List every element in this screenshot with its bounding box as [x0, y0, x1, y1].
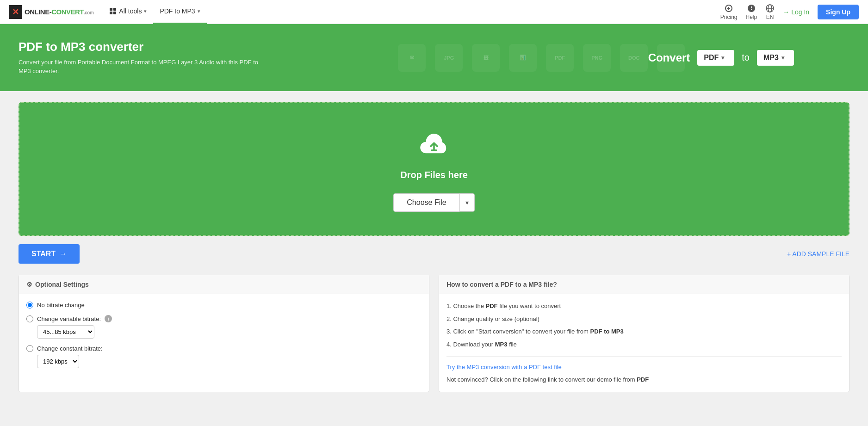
constant-bitrate-select[interactable]: 192 kbps 128 kbps 256 kbps 320 kbps	[37, 355, 79, 368]
svg-rect-2	[110, 12, 112, 14]
variable-bitrate-option: Change variable bitrate: i	[26, 315, 422, 322]
choose-file-button[interactable]: Choose File	[394, 194, 459, 211]
variable-bitrate-radio[interactable]	[26, 315, 33, 322]
converter-label: PDF to MP3	[160, 7, 195, 15]
signup-button[interactable]: Sign Up	[818, 5, 859, 19]
not-convinced-text: Not convinced? Click on the following li…	[446, 375, 842, 384]
lang-btn[interactable]: EN	[765, 4, 775, 20]
all-tools-chevron: ▾	[144, 8, 147, 14]
convert-label: Convert	[648, 51, 690, 64]
from-format-chevron: ▾	[721, 55, 724, 61]
variable-bitrate-label: Change variable bitrate:	[37, 315, 101, 322]
converter-chevron: ▾	[198, 8, 200, 14]
hero-convert: Convert PDF ▾ to MP3 ▾	[648, 50, 794, 66]
no-bitrate-label: No bitrate change	[37, 302, 85, 309]
start-arrow-icon: →	[59, 250, 67, 258]
constant-bitrate-option: Change constant bitrate:	[26, 345, 422, 352]
help-icon	[747, 4, 756, 13]
no-bitrate-option: No bitrate change	[26, 302, 422, 309]
svg-rect-1	[113, 8, 116, 11]
how-to-step-4: 4. Download your MP3 file	[446, 340, 842, 349]
add-sample-link[interactable]: + ADD SAMPLE FILE	[787, 250, 849, 258]
bg-icon-png: PNG	[583, 44, 611, 72]
login-label: Log In	[791, 8, 809, 16]
globe-icon	[765, 4, 775, 13]
hero-banner: PDF to MP3 converter Convert your file f…	[0, 24, 868, 91]
how-to-title: How to convert a PDF to a MP3 file?	[446, 281, 557, 288]
bg-icon-img: 🖼	[472, 44, 500, 72]
constant-bitrate-radio[interactable]	[26, 345, 33, 352]
try-section: Try the MP3 conversion with a PDF test f…	[446, 356, 842, 384]
bg-icon-pdf: PDF	[546, 44, 574, 72]
svg-rect-7	[431, 149, 437, 151]
optional-settings-header: ⚙ Optional Settings	[19, 275, 429, 294]
choose-file-dropdown[interactable]: ▾	[459, 194, 474, 211]
optional-settings-body: No bitrate change Change variable bitrat…	[19, 294, 429, 376]
gear-icon: ⚙	[26, 281, 32, 288]
to-format-chevron: ▾	[781, 55, 784, 61]
header-actions: Pricing Help EN → Log In Sign Up	[720, 4, 859, 20]
start-label: START	[31, 250, 56, 258]
logo-text: ONLINE-CONVERT.com	[25, 8, 93, 16]
svg-rect-3	[113, 12, 116, 14]
no-bitrate-radio[interactable]	[26, 302, 33, 309]
how-to-list: 1. Choose the PDF file you want to conve…	[446, 302, 842, 349]
logo-icon: ✕	[9, 5, 22, 19]
start-button[interactable]: START →	[19, 244, 80, 264]
to-label: to	[742, 52, 750, 63]
how-to-step-3: 3. Click on "Start conversion" to conver…	[446, 327, 842, 336]
hero-content: PDF to MP3 converter Convert your file f…	[19, 40, 264, 76]
from-format-value: PDF	[704, 54, 719, 62]
hero-title: PDF to MP3 converter	[19, 40, 264, 54]
bg-icon-jpg: JPG	[435, 44, 463, 72]
how-to-step-2: 2. Change quality or size (optional)	[446, 315, 842, 324]
pricing-label: Pricing	[720, 14, 738, 20]
optional-settings-panel: ⚙ Optional Settings No bitrate change Ch…	[19, 275, 429, 392]
main-content: Drop Files here Choose File ▾ START → + …	[0, 91, 868, 403]
nav-converter[interactable]: PDF to MP3 ▾	[153, 0, 206, 24]
help-label: Help	[745, 14, 757, 20]
action-row: START → + ADD SAMPLE FILE	[19, 244, 849, 264]
login-arrow-icon: →	[783, 8, 789, 16]
logo[interactable]: ✕ ONLINE-CONVERT.com	[9, 5, 93, 19]
variable-bitrate-group: Change variable bitrate: i 45...85 kbps …	[26, 315, 422, 339]
choose-file-row: Choose File ▾	[393, 193, 474, 212]
nav-all-tools[interactable]: All tools ▾	[103, 0, 153, 24]
grid-icon	[109, 7, 117, 15]
how-to-body: 1. Choose the PDF file you want to conve…	[439, 294, 849, 392]
help-btn[interactable]: Help	[745, 4, 757, 20]
optional-settings-label: Optional Settings	[35, 281, 89, 288]
how-to-panel: How to convert a PDF to a MP3 file? 1. C…	[439, 275, 849, 392]
how-to-header: How to convert a PDF to a MP3 file?	[439, 275, 849, 294]
lang-label: EN	[766, 14, 774, 20]
login-button[interactable]: → Log In	[783, 8, 809, 16]
try-link[interactable]: Try the MP3 conversion with a PDF test f…	[446, 364, 562, 370]
bg-icon-doc: DOC	[620, 44, 648, 72]
bg-icon-email: ✉	[398, 44, 426, 72]
logo-x: ✕	[12, 7, 19, 17]
bottom-panels: ⚙ Optional Settings No bitrate change Ch…	[19, 275, 849, 392]
svg-rect-0	[110, 8, 112, 11]
upload-cloud-icon	[418, 131, 450, 163]
constant-bitrate-group: Change constant bitrate: 192 kbps 128 kb…	[26, 345, 422, 368]
how-to-step-1: 1. Choose the PDF file you want to conve…	[446, 302, 842, 311]
pricing-icon	[724, 4, 733, 13]
bitrate-options: No bitrate change Change variable bitrat…	[26, 302, 422, 368]
pricing-btn[interactable]: Pricing	[720, 4, 738, 20]
upload-area[interactable]: Drop Files here Choose File ▾	[19, 102, 849, 236]
header: ✕ ONLINE-CONVERT.com All tools ▾ PDF to …	[0, 0, 868, 24]
all-tools-label: All tools	[119, 7, 142, 15]
variable-bitrate-select[interactable]: 45...85 kbps 85...115 kbps 115...150 kbp…	[37, 325, 94, 339]
hero-description: Convert your file from Portable Document…	[19, 58, 264, 76]
upload-inner: Drop Files here Choose File ▾	[29, 112, 839, 226]
info-icon[interactable]: i	[105, 315, 112, 322]
to-format-dropdown[interactable]: MP3 ▾	[757, 50, 794, 66]
bg-icon-chart: 📊	[509, 44, 537, 72]
to-format-value: MP3	[763, 54, 779, 62]
from-format-dropdown[interactable]: PDF ▾	[697, 50, 734, 66]
drop-text: Drop Files here	[400, 170, 468, 180]
hero-bg-icons: ✉ JPG 🖼 📊 PDF PNG DOC Aa	[391, 24, 868, 91]
constant-bitrate-label: Change constant bitrate:	[37, 345, 103, 352]
